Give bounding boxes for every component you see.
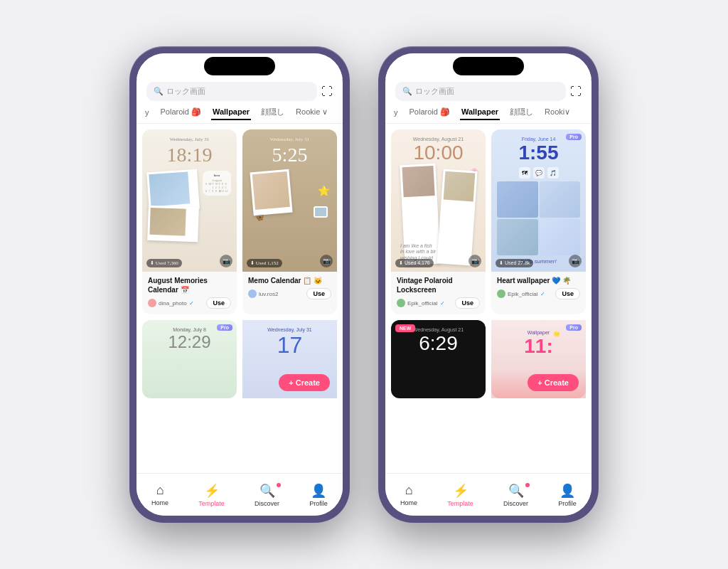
card-pro-1[interactable]: Monday, July 8 12:29 Pro bbox=[142, 320, 237, 398]
phone-1: 🔍 ロック画面 ⛶ y Polaroid 🎒 Wallpaper 顔隠し Roo… bbox=[129, 46, 350, 523]
search-placeholder-1: ロック画面 bbox=[166, 86, 205, 97]
author-name-2: luv.ros2 bbox=[259, 291, 278, 297]
tab-wallpaper-1[interactable]: Wallpaper bbox=[211, 105, 251, 120]
pro-badge-3: Pro bbox=[217, 324, 232, 331]
card-thumb-1: Wednesday, July 31 18:19 bbox=[142, 129, 237, 272]
verified-5: ✓ bbox=[440, 300, 445, 307]
template-label-1: Template bbox=[198, 500, 225, 507]
nav-profile-2[interactable]: 👤 Profile bbox=[558, 483, 577, 507]
tab-kao-1[interactable]: 顔隠し bbox=[259, 104, 286, 120]
card-memo-calendar[interactable]: Wednesday, July 31 5:25 ⭐ 🦋 ⬇ Used 1,152… bbox=[242, 129, 337, 314]
template-label-2: Template bbox=[447, 500, 473, 507]
tab-polaroid-1[interactable]: Polaroid 🎒 bbox=[159, 105, 203, 119]
search-input-2[interactable]: 🔍 ロック画面 bbox=[395, 82, 566, 101]
used-badge-5: ⬇ Used 4,176 bbox=[395, 259, 434, 267]
discover-dot-1 bbox=[277, 483, 281, 487]
bottom-nav-1: ⌂ Home ⚡ Template 🔍 Discover 👤 Profile bbox=[136, 473, 343, 516]
home-icon-1: ⌂ bbox=[156, 483, 164, 498]
search-bar-1: 🔍 ロック画面 ⛶ bbox=[136, 79, 343, 104]
card-thumb-3: Monday, July 8 12:29 bbox=[142, 320, 237, 398]
tab-partial-1[interactable]: y bbox=[144, 105, 151, 119]
card1-date: Wednesday, July 31 bbox=[170, 137, 210, 142]
tab-rookie-2[interactable]: Rooki∨ bbox=[543, 105, 572, 119]
card-thumb-5: Wednesday, August 21 10:00 🌸 I am like a… bbox=[391, 129, 486, 272]
card5-time: 10:00 bbox=[413, 142, 463, 164]
profile-label-1: Profile bbox=[309, 500, 328, 507]
card-august-memories[interactable]: Wednesday, July 31 18:19 bbox=[142, 129, 237, 314]
card-thumb-2: Wednesday, July 31 5:25 ⭐ 🦋 ⬇ Used 1,152… bbox=[242, 129, 337, 272]
card7-date: Wednesday, August 21 bbox=[413, 327, 464, 332]
verified-1: ✓ bbox=[189, 300, 194, 307]
card-info-1: August Memories Calendar 📅 dina_photo ✓ … bbox=[142, 272, 237, 314]
content-grid-1: Wednesday, July 31 18:19 bbox=[136, 124, 343, 473]
profile-icon-2: 👤 bbox=[560, 483, 575, 499]
card-pro-create-2[interactable]: Pro Wallpaper 11: 🌟 + Create bbox=[491, 320, 586, 398]
avatar-5 bbox=[397, 299, 405, 307]
tab-polaroid-2[interactable]: Polaroid 🎒 bbox=[408, 105, 451, 119]
use-btn-2[interactable]: Use bbox=[306, 288, 331, 299]
card1-time: 18:19 bbox=[167, 144, 213, 166]
card-heart-wallpaper[interactable]: Pro Friday, June 14 1:55 🗺 💬 🎵 bbox=[491, 129, 586, 314]
tab-rookie-1[interactable]: Rookie ∨ bbox=[294, 105, 329, 119]
phone-2-screen: 🔍 ロック画面 ⛶ y Polaroid 🎒 Wallpaper 顔隠し Roo… bbox=[385, 53, 592, 516]
card-vintage-polaroid[interactable]: Wednesday, August 21 10:00 🌸 I am like a… bbox=[391, 129, 486, 314]
card-thumb-7: NEW Wednesday, August 21 6:29 bbox=[391, 320, 486, 398]
card-create-1[interactable]: Wednesday, July 31 17 + Create bbox=[242, 320, 337, 398]
nav-discover-2[interactable]: 🔍 Discover bbox=[503, 483, 528, 507]
profile-icon-1: 👤 bbox=[311, 483, 326, 499]
used-badge-6: ⬇ Used 27.8k bbox=[496, 259, 533, 267]
search-bar-2: 🔍 ロック画面 ⛶ bbox=[385, 79, 592, 104]
use-btn-1[interactable]: Use bbox=[206, 297, 231, 309]
nav-template-1[interactable]: ⚡ Template bbox=[198, 483, 225, 507]
card6-date: Friday, June 14 bbox=[522, 137, 556, 142]
nav-template-2[interactable]: ⚡ Template bbox=[447, 483, 473, 507]
discover-label-1: Discover bbox=[255, 500, 279, 507]
card2-time: 5:25 bbox=[272, 144, 308, 166]
card-author-5: Epik_official ✓ bbox=[397, 299, 445, 307]
verified-6: ✓ bbox=[540, 291, 545, 297]
card6-time: 1:55 bbox=[518, 142, 558, 164]
card-title-1: August Memories Calendar 📅 bbox=[148, 276, 231, 294]
use-btn-5[interactable]: Use bbox=[455, 297, 480, 309]
card-new-dark[interactable]: NEW Wednesday, August 21 6:29 bbox=[391, 320, 486, 398]
pro-badge-8: Pro bbox=[566, 324, 582, 331]
search-icon-2: 🔍 bbox=[402, 87, 412, 96]
card-info-2: Memo Calendar 📋 🐱 luv.ros2 Use bbox=[242, 272, 337, 305]
content-grid-2: Wednesday, August 21 10:00 🌸 I am like a… bbox=[385, 124, 592, 473]
card5-date: Wednesday, August 21 bbox=[413, 137, 464, 142]
notch-1 bbox=[204, 57, 275, 75]
create-btn-1[interactable]: + Create bbox=[279, 374, 330, 391]
used-badge-2: ⬇ Used 1,152 bbox=[247, 259, 282, 267]
tab-wallpaper-2[interactable]: Wallpaper bbox=[460, 105, 500, 120]
use-btn-6[interactable]: Use bbox=[555, 288, 580, 299]
tab-partial-2[interactable]: y bbox=[392, 105, 400, 119]
card-info-6: Heart wallpaper 💙 🌴 Epik_official ✓ Use bbox=[491, 272, 586, 305]
card8-time: 11: 🌟 bbox=[524, 335, 552, 358]
tab-kao-2[interactable]: 顔隠し bbox=[508, 104, 535, 120]
card-thumb-6: Pro Friday, June 14 1:55 🗺 💬 🎵 bbox=[491, 129, 586, 272]
nav-profile-1[interactable]: 👤 Profile bbox=[309, 483, 328, 507]
expand-icon-1[interactable]: ⛶ bbox=[321, 85, 333, 98]
discover-icon-1: 🔍 bbox=[259, 483, 275, 499]
discover-icon-2: 🔍 bbox=[508, 483, 524, 499]
expand-icon-2[interactable]: ⛶ bbox=[570, 85, 582, 98]
used-badge-1: ⬇ Used 7,360 bbox=[146, 259, 182, 267]
card2-date: Wednesday, July 31 bbox=[270, 137, 310, 142]
search-input-1[interactable]: 🔍 ロック画面 bbox=[146, 82, 317, 101]
cal-widget-1: lara August SMTWTFS 12345 6789101112 bbox=[203, 171, 231, 196]
create-btn-2[interactable]: + Create bbox=[528, 374, 579, 391]
phone-1-screen: 🔍 ロック画面 ⛶ y Polaroid 🎒 Wallpaper 顔隠し Roo… bbox=[136, 53, 343, 516]
card-info-5: Vintage Polaroid Lockscreen Epik_officia… bbox=[391, 272, 486, 314]
nav-home-2[interactable]: ⌂ Home bbox=[400, 483, 417, 506]
card-author-2: luv.ros2 bbox=[248, 289, 278, 298]
avatar-2 bbox=[248, 289, 257, 298]
nav-discover-1[interactable]: 🔍 Discover bbox=[255, 483, 279, 507]
bottom-nav-2: ⌂ Home ⚡ Template 🔍 Discover 👤 Profile bbox=[385, 473, 592, 516]
search-placeholder-2: ロック画面 bbox=[415, 86, 454, 97]
phone-2: 🔍 ロック画面 ⛶ y Polaroid 🎒 Wallpaper 顔隠し Roo… bbox=[378, 46, 599, 523]
card4-date: Wednesday, July 31 bbox=[267, 327, 311, 332]
avatar-6 bbox=[497, 289, 505, 298]
nav-home-1[interactable]: ⌂ Home bbox=[151, 483, 168, 506]
discover-label-2: Discover bbox=[503, 500, 528, 507]
camera-badge-1: 📷 bbox=[220, 255, 232, 267]
